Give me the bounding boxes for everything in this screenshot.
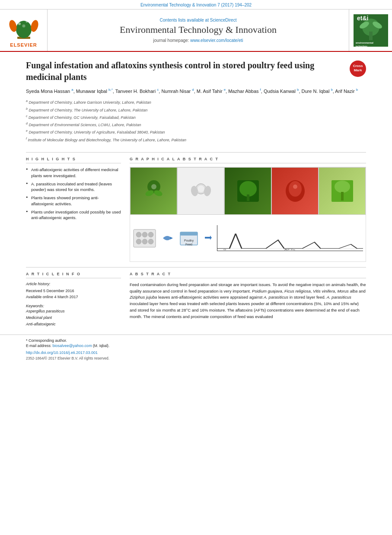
graphical-abstract-column: G R A P H I C A L A B S T R A C T [130, 157, 366, 262]
highlight-item: Plants under investigation could possibl… [26, 209, 121, 221]
crossmark-badge[interactable]: Cross Mark [350, 61, 366, 77]
email-label: E-mail address: [26, 344, 51, 348]
homepage-label: journal homepage: [153, 38, 189, 43]
svg-text:Feed: Feed [185, 243, 192, 246]
divider-2 [26, 267, 366, 268]
elsevier-logo-container: ELSEVIER [0, 10, 48, 51]
article-info-column: A R T I C L E I N F O Article history: R… [26, 272, 121, 328]
keyword-3: Anti-aflatoxigenic [26, 321, 121, 328]
storage-box-icon: Poultry Feed [178, 229, 200, 248]
asterisk-label: * Corresponding author. [26, 338, 67, 343]
affiliation-c: c Department of Chemistry, GC University… [26, 114, 366, 121]
svg-point-24 [198, 185, 204, 192]
sciencedirect-text: Contents lists available at ScienceDirec… [160, 18, 237, 22]
svg-text:Mark: Mark [354, 68, 362, 72]
svg-text:0: 0 [223, 248, 226, 251]
crossmark-svg: Cross Mark [350, 61, 366, 77]
homepage-url[interactable]: www.elsevier.com/locate/eti [190, 38, 243, 43]
petri-dish-icon [133, 229, 156, 248]
eti-logo-icon: et&i environmental technology [354, 14, 388, 47]
graphical-abstract-image: Poultry Feed [130, 167, 366, 262]
svg-text:AFTs: AFTs [284, 248, 295, 251]
received-date: Received 5 December 2016 [26, 288, 121, 294]
email-address[interactable]: biosalvee@yahoo.com [52, 344, 92, 348]
keyword-1: Aspergillus parasiticus [26, 308, 121, 315]
svg-point-39 [148, 232, 153, 237]
highlight-item: Anti-aflatoxigenic activities of differe… [26, 167, 121, 179]
flow-arrow-2-icon [204, 233, 213, 242]
journal-header: ELSEVIER Contents lists available at Sci… [0, 9, 392, 52]
svg-point-34 [335, 181, 350, 193]
flow-arrow-icon [161, 232, 174, 245]
journal-homepage: journal homepage: www.elsevier.com/locat… [153, 38, 243, 43]
ga-cell-1 [130, 167, 177, 215]
affiliation-f: f Institute of Molecular Biology and Bio… [26, 136, 366, 143]
svg-point-40 [136, 239, 141, 244]
svg-text:et&i: et&i [357, 15, 368, 22]
abstract-text: Feed contamination during feed preparati… [130, 282, 366, 320]
affiliation-b: b Department of Chemistry, The Universit… [26, 106, 366, 114]
article-title: Fungal infestation and aflatoxins synthe… [26, 60, 366, 83]
svg-point-42 [148, 239, 153, 244]
highlights-list: Anti-aflatoxigenic activities of differe… [26, 167, 121, 221]
highlights-column: H I G H L I G H T S Anti-aflatoxigenic a… [26, 157, 121, 262]
journal-title: Environmental Technology & Innovation [120, 24, 277, 35]
sciencedirect-link[interactable]: ScienceDirect [210, 18, 237, 22]
available-date: Available online 4 March 2017 [26, 294, 121, 300]
svg-point-41 [142, 239, 147, 244]
svg-point-22 [151, 184, 156, 189]
abstract-heading: A B S T R A C T [130, 272, 366, 278]
ga-bottom: Poultry Feed [130, 215, 366, 261]
article-info-heading: A R T I C L E I N F O [26, 272, 121, 278]
svg-point-6 [25, 21, 28, 23]
keywords-label: Keywords: [26, 304, 121, 308]
affiliation-d: d Department of Environmental Sciences, … [26, 121, 366, 128]
svg-text:technology: technology [356, 45, 367, 47]
svg-point-32 [293, 185, 297, 189]
affiliation-e: e Department of Chemistry, University of… [26, 128, 366, 136]
graphical-abstract-heading: G R A P H I C A L A B S T R A C T [130, 157, 366, 163]
ga-cell-5 [319, 167, 366, 215]
svg-marker-43 [170, 237, 173, 239]
elsevier-logo: ELSEVIER [9, 13, 39, 48]
svg-text:environmental: environmental [356, 41, 373, 44]
keyword-2: Medicinal plant [26, 315, 121, 321]
journal-link-bar: Environmental Technology & Innovation 7 … [0, 0, 392, 9]
keywords-section: Keywords: Aspergillus parasiticus Medici… [26, 304, 121, 328]
article-section: Cross Mark Fungal infestation and aflato… [0, 52, 392, 148]
highlight-item: A. parasiticus inoculated and treated (l… [26, 181, 121, 193]
highlight-item: Plants leaves showed promising anti-afla… [26, 195, 121, 207]
doi-link[interactable]: http://dx.doi.org/10.1016/j.eti.2017.03.… [26, 350, 366, 355]
corresponding-author-note: * Corresponding author. [26, 338, 366, 343]
svg-text:Cross: Cross [353, 64, 363, 68]
svg-text:Poultry: Poultry [184, 239, 194, 242]
abstract-column: A B S T R A C T Feed contamination durin… [130, 272, 366, 328]
email-note: E-mail address: biosalvee@yahoo.com (M. … [26, 343, 366, 349]
aflatoxin-chart: 0 AFTs [217, 225, 363, 251]
eti-logo: et&i environmental technology [354, 14, 388, 47]
svg-rect-35 [341, 192, 344, 201]
eti-logo-container: et&i environmental technology [349, 10, 392, 51]
elsevier-tree-icon [9, 13, 39, 41]
highlights-graphical-section: H I G H L I G H T S Anti-aflatoxigenic a… [0, 157, 392, 262]
chart-svg: 0 AFTs [217, 225, 363, 251]
elsevier-label: ELSEVIER [10, 42, 37, 48]
ga-cell-4 [271, 167, 319, 215]
crossmark-icon: Cross Mark [350, 61, 366, 77]
ga-cell-3 [224, 167, 271, 215]
ga-top-row [130, 167, 366, 215]
svg-point-5 [18, 22, 21, 25]
journal-info: Contents lists available at ScienceDirec… [48, 10, 349, 51]
svg-point-28 [239, 181, 257, 197]
svg-point-38 [142, 232, 147, 237]
svg-point-37 [136, 232, 141, 237]
svg-rect-29 [247, 194, 249, 201]
article-history-label: Article history: [26, 282, 121, 286]
svg-marker-48 [205, 236, 212, 240]
journal-link-text: Environmental Technology & Innovation 7 … [140, 3, 252, 7]
email-name: (M. Iqbal). [93, 344, 109, 348]
affiliations: a Department of Chemistry, Lahore Garris… [26, 99, 366, 143]
copyright-notice: 2352-1864/© 2017 Elsevier B.V. All right… [26, 356, 366, 360]
footer-section: * Corresponding author. E-mail address: … [0, 334, 392, 363]
affiliation-a: a Department of Chemistry, Lahore Garris… [26, 99, 366, 106]
